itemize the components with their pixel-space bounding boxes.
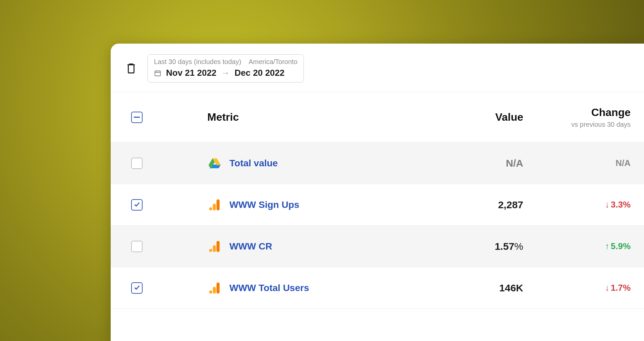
table-row[interactable]: Total valueN/AN/A [111, 143, 644, 184]
table-header: Metric Value Change vs previous 30 days [111, 92, 644, 143]
date-range-label: Last 30 days (includes today) [154, 58, 241, 66]
metric-value: N/A [429, 158, 523, 169]
column-header-metric[interactable]: Metric [157, 111, 429, 123]
svg-rect-5 [213, 245, 216, 252]
metric-link[interactable]: Total value [229, 158, 278, 169]
date-end: Dec 20 2022 [234, 68, 284, 78]
select-all-checkbox[interactable] [131, 112, 143, 123]
svg-rect-4 [217, 241, 220, 252]
column-header-value[interactable]: Value [429, 111, 523, 123]
table-row[interactable]: WWW Total Users146K↓1.7% [111, 267, 644, 309]
metric-change: ↓1.7% [523, 283, 631, 293]
metric-change: ↑5.9% [523, 241, 631, 251]
svg-rect-2 [213, 204, 216, 210]
delete-button[interactable] [124, 60, 138, 77]
check-icon [133, 201, 141, 209]
metric-link[interactable]: WWW CR [229, 241, 272, 252]
row-checkbox[interactable] [131, 241, 143, 252]
svg-point-6 [209, 249, 212, 252]
metric-change: N/A [523, 158, 631, 168]
metric-value: 2,287 [429, 199, 523, 211]
svg-rect-8 [213, 287, 216, 293]
table-row[interactable]: WWW CR1.57%↑5.9% [111, 226, 644, 267]
metric-link[interactable]: WWW Sign Ups [229, 200, 299, 210]
calendar-icon [154, 69, 161, 77]
arrow-down-icon: ↓ [605, 200, 609, 210]
arrow-up-icon: ↑ [605, 241, 609, 251]
check-icon [133, 284, 141, 292]
svg-rect-1 [217, 199, 220, 210]
row-checkbox[interactable] [131, 199, 143, 211]
trash-icon [126, 62, 136, 75]
date-start: Nov 21 2022 [166, 68, 216, 78]
arrow-down-icon: ↓ [605, 283, 609, 293]
metric-value: 1.57% [429, 241, 523, 252]
google-analytics-icon [207, 239, 222, 254]
row-checkbox[interactable] [131, 282, 143, 294]
svg-rect-7 [217, 282, 220, 293]
date-range-picker[interactable]: Last 30 days (includes today) America/To… [148, 54, 304, 82]
metric-link[interactable]: WWW Total Users [229, 283, 309, 293]
minus-icon [134, 117, 140, 118]
google-analytics-icon [207, 281, 222, 295]
column-header-change[interactable]: Change vs previous 30 days [523, 106, 631, 128]
date-timezone: America/Toronto [249, 58, 298, 66]
row-checkbox[interactable] [131, 158, 143, 169]
toolbar: Last 30 days (includes today) America/To… [111, 44, 644, 92]
svg-rect-0 [155, 71, 161, 76]
google-drive-icon [207, 156, 222, 171]
arrow-right-icon: → [221, 68, 230, 78]
svg-point-3 [209, 207, 212, 210]
svg-point-9 [209, 290, 212, 293]
table-row[interactable]: WWW Sign Ups2,287↓3.3% [111, 184, 644, 226]
metric-value: 146K [429, 282, 523, 294]
metrics-panel: Last 30 days (includes today) America/To… [111, 44, 644, 341]
google-analytics-icon [207, 197, 222, 212]
metrics-table: Metric Value Change vs previous 30 days … [111, 92, 644, 309]
metric-change: ↓3.3% [523, 200, 631, 210]
